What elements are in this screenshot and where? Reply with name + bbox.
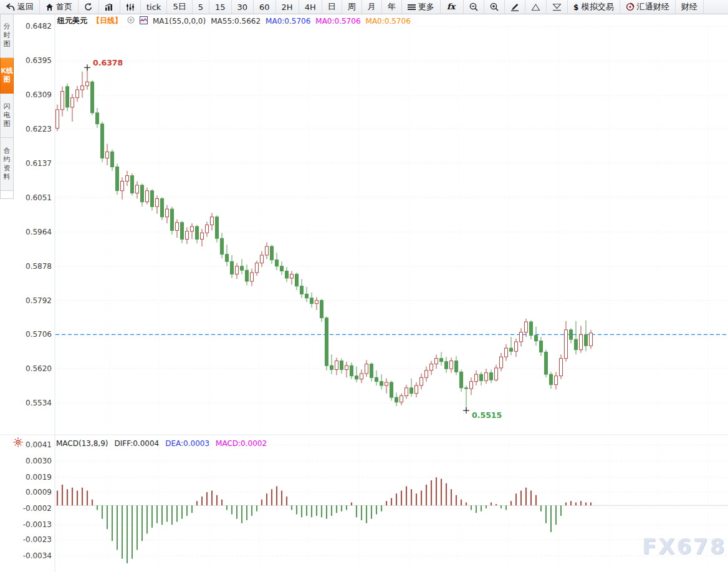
high-marker [84,64,90,70]
toolbar-item-年[interactable]: 年 [382,0,402,14]
price-tick-label: 0.6137 [26,159,52,168]
ma0-blue-value: MA0:0.5706 [266,17,310,26]
price-tick-label: 0.5878 [26,262,52,271]
sidebar-tab-分时图[interactable]: 分时图 [0,14,14,58]
toolbar-item-label: 周 [348,1,356,12]
toolbar-item-月[interactable]: 月 [362,0,382,14]
toolbar-item-label: 日 [328,1,336,12]
price-tick-label: 0.6051 [26,193,52,202]
toolbar-item-label: 5日 [173,1,186,12]
toolbar-item-triangle-up[interactable] [525,0,547,14]
toolbar-item-label: 财经 [681,1,697,12]
toolbar-item-sliders[interactable] [120,0,141,14]
chart-canvas[interactable]: 0.64820.63950.63090.62230.61370.60510.59… [0,0,728,572]
toolbar-item-4H[interactable]: 4H [299,0,322,14]
macd-tick-label: 0.0041 [26,440,52,449]
macd-diff-value: DIFF:0.0004 [115,439,160,448]
toolbar-item-周[interactable]: 周 [342,0,362,14]
toolbar-item-label: 首页 [56,1,72,12]
toolbar-item-15[interactable]: 15 [209,0,232,14]
toolbar-item-triangle-down[interactable] [547,0,568,14]
toolbar-item-label: 汇通财经 [637,1,669,12]
toolbar-item-30[interactable]: 30 [232,0,254,14]
svg-text:fx: fx [447,2,457,11]
plus-circle-icon[interactable] [127,16,135,26]
candles [56,67,593,410]
toolbar-item-label: 60 [259,2,270,12]
price-tick-label: 0.5620 [26,364,52,373]
toolbar-item-label: 4H [305,2,316,12]
macd-histogram [57,477,591,563]
pencil-icon [510,2,519,11]
toolbar-item-label: 月 [368,1,376,12]
macd-tick-label: -0.0034 [23,551,52,560]
macd-title: MACD(13,8,9) [56,439,108,448]
toolbar-item-zoom-out[interactable] [464,0,484,14]
zoom-out-icon [469,2,478,11]
toolbar-item-refresh[interactable] [79,0,99,14]
toolbar-item-pencil[interactable] [505,0,525,14]
toolbar: 返回首页tick5日51530602H4H日周月年更多fx$模拟交易汇通财经财经 [0,0,728,14]
price-tick-label: 0.6223 [26,125,52,133]
toolbar-item-label: 年 [388,1,396,12]
svg-text:$: $ [573,3,578,11]
high-price-label: 0.6378 [93,58,123,67]
macd-tick-label: 0.0030 [26,457,52,465]
price-tick-label: 0.6395 [26,56,52,65]
toolbar-item-label: 15 [215,2,226,12]
toolbar-item-label: 返回 [17,1,34,12]
fx-icon: fx [446,2,457,11]
macd-settings-icon[interactable] [13,437,23,450]
price-tick-label: 0.6482 [26,22,52,31]
low-marker [463,407,469,414]
toolbar-item-label: 2H [282,2,293,12]
ma55-value: MA55:0.5662 [211,17,261,26]
toolbar-item-label: 5 [198,2,203,12]
toolbar-item-tick[interactable]: tick [141,0,167,14]
toolbar-item-zoom-in[interactable] [484,0,505,14]
fx678-logo-icon [626,2,635,11]
toolbar-item-汇通财经[interactable]: 汇通财经 [620,0,676,14]
back-arrow-icon [6,3,15,11]
symbol-name: 纽元美元 [57,16,87,26]
sidebar-tab-闪电图[interactable]: 闪电图 [0,94,14,138]
price-tick-label: 0.5706 [26,330,52,339]
macd-tick-label: -0.0002 [23,504,52,513]
toolbar-item-label: 更多 [418,1,434,12]
macd-tick-label: 0.0019 [26,473,52,482]
toolbar-item-2H[interactable]: 2H [276,0,299,14]
home-icon [46,3,54,11]
toolbar-item-5日[interactable]: 5日 [167,0,192,14]
toolbar-item-财经[interactable]: 财经 [676,0,704,14]
toolbar-item-日[interactable]: 日 [322,0,342,14]
macd-header: MACD(13,8,9) DIFF:0.0004 DEA:0.0003 MACD… [56,439,267,448]
period-label: 【日线】 [92,16,122,26]
toolbar-item-更多[interactable]: 更多 [402,0,441,14]
sliders-icon [126,3,135,11]
price-tick-label: 0.6309 [26,90,52,99]
price-tick-label: 0.5534 [26,399,52,407]
dollar-icon: $ [573,3,579,11]
toolbar-item-label: tick [146,2,161,12]
toolbar-item-60[interactable]: 60 [254,0,276,14]
triangle-up-icon [531,3,540,11]
refresh-icon [84,2,93,11]
ma-settings-label: MA1(55,0,0,0) [153,17,206,26]
sidebar: 分时图K线图闪电图合约资料 [0,14,14,199]
ma0-magenta-value: MA0:0.5706 [315,17,360,26]
ma0-orange-value: MA0:0.5706 [366,17,411,26]
toolbar-item-返回[interactable]: 返回 [0,0,40,14]
indicator-chart-icon[interactable] [140,16,148,26]
macd-macd-value: MACD:0.0002 [216,439,267,448]
toolbar-item-5[interactable]: 5 [193,0,209,14]
macd-dea-value: DEA:0.0003 [165,439,209,448]
toolbar-item-首页[interactable]: 首页 [40,0,79,14]
toolbar-item-模拟交易[interactable]: $模拟交易 [568,0,620,14]
sidebar-tab-合约资料[interactable]: 合约资料 [0,138,14,191]
sidebar-tab-K线图[interactable]: K线图 [0,58,14,94]
macd-tick-label: -0.0023 [23,535,52,544]
toolbar-item-label: 30 [237,2,248,12]
low-price-label: 0.5515 [472,410,502,420]
toolbar-item-fx[interactable]: fx [441,0,464,14]
toolbar-item-chart-bars[interactable] [99,0,120,14]
